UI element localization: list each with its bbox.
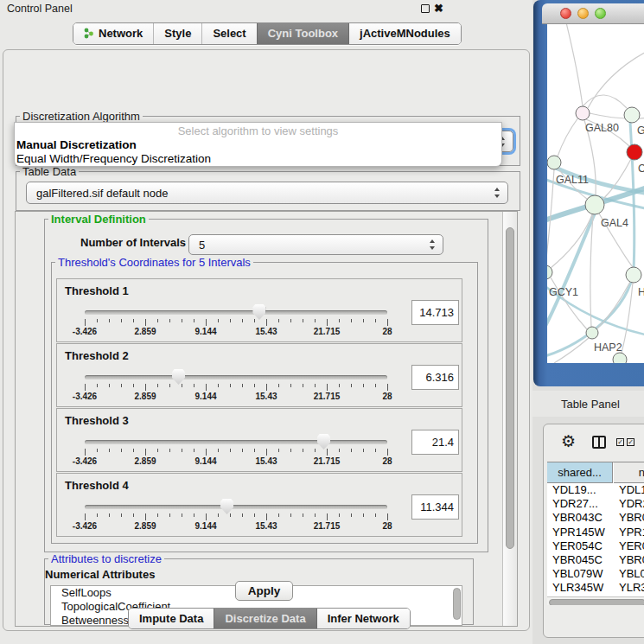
network-node[interactable]: [613, 353, 627, 363]
tick-label: 15.43: [255, 327, 277, 336]
tick-label: 9.144: [194, 456, 216, 466]
number-of-intervals-label: Number of Intervals: [80, 236, 186, 249]
tick-label: -3.426: [73, 327, 97, 336]
table-row[interactable]: YDL19...YDL1: [547, 483, 644, 497]
slider-track[interactable]: [85, 375, 387, 379]
table-row[interactable]: YBL079WYBL0: [547, 567, 644, 581]
shared-name-cell: YDL19...: [552, 483, 596, 496]
tab-select[interactable]: Select: [201, 23, 256, 44]
tick-label: 21.715: [314, 456, 341, 466]
algorithm-dropdown-popup: Select algorithm to view settings Manual…: [14, 122, 502, 167]
panel-title: Control Panel: [7, 3, 73, 15]
tab-network[interactable]: Network: [73, 23, 153, 44]
network-node[interactable]: [586, 327, 598, 339]
threshold-label: Threshold 3: [65, 414, 129, 427]
threshold-row: Threshold 3-3.4262.8599.14415.4321.71528…: [56, 408, 462, 472]
network-view-window[interactable]: GAL80GACGAL11GAL4GCY1HHAP2: [533, 0, 644, 386]
tick-label: 21.715: [314, 521, 341, 531]
shared-name-cell: YBL079W: [552, 567, 603, 580]
slider-track[interactable]: [85, 310, 387, 315]
popup-item-manual-discretization[interactable]: Manual Discretization: [16, 138, 137, 151]
slider-ticks: [85, 384, 387, 392]
interval-definition-title: Interval Definition: [48, 213, 149, 226]
name-cell: YBR0: [619, 553, 644, 566]
slider-thumb[interactable]: [220, 499, 233, 514]
column-header-shared[interactable]: shared...: [547, 462, 613, 483]
slider-thumb[interactable]: [252, 304, 265, 320]
columns-icon[interactable]: [592, 436, 606, 449]
network-node[interactable]: [585, 195, 604, 214]
attributes-group-title: Attributes to discretize: [48, 552, 164, 565]
settings-vertical-scrollbar[interactable]: [502, 212, 517, 626]
table-row[interactable]: YBR043CYBR0: [547, 511, 644, 525]
table-header-row: shared... n: [547, 462, 644, 483]
checkbox-icon[interactable]: ✓: [616, 438, 624, 446]
table-row[interactable]: YDR27...YDR2: [547, 497, 644, 511]
threshold-label: Threshold 1: [65, 284, 129, 297]
tab-infer-network[interactable]: Infer Network: [317, 609, 410, 628]
list-scrollbar[interactable]: [453, 588, 461, 620]
tick-label: 15.43: [255, 521, 277, 531]
minimize-traffic-light-icon[interactable]: [577, 8, 589, 19]
popup-prompt-item[interactable]: Select algorithm to view settings: [15, 124, 501, 137]
table-row[interactable]: YER054CYER0: [547, 539, 644, 553]
threshold-value-field[interactable]: 11.344: [411, 494, 459, 520]
threshold-value-field[interactable]: 21.4: [411, 430, 459, 455]
close-traffic-light-icon[interactable]: [560, 8, 571, 19]
table-row[interactable]: YPR145WYPR1: [547, 526, 644, 539]
gear-icon[interactable]: ⚙: [561, 433, 576, 450]
table-data-combobox[interactable]: galFiltered.sif default node: [26, 182, 508, 204]
apply-button[interactable]: Apply: [235, 581, 293, 601]
popup-item-equal-width[interactable]: Equal Width/Frequency Discretization: [16, 152, 211, 165]
threshold-value-field[interactable]: 6.316: [411, 365, 459, 390]
network-node[interactable]: [624, 107, 640, 123]
tab-jactivemnodules[interactable]: jActiveMNodules: [349, 23, 461, 44]
shared-name-cell: YDR27...: [552, 497, 598, 510]
column-header-name[interactable]: n: [614, 462, 644, 483]
network-node[interactable]: [626, 267, 641, 283]
table-rows: YDL19...YDL1YDR27...YDR2YBR043CYBR0YPR14…: [547, 483, 644, 596]
tick-label: 2.859: [134, 456, 156, 466]
tick-label: -3.426: [73, 456, 97, 466]
close-icon[interactable]: ✖: [434, 2, 443, 15]
node-label: C: [638, 163, 644, 175]
table-panel-title: Table Panel: [561, 398, 620, 411]
number-of-intervals-value: 5: [199, 239, 205, 252]
table-row[interactable]: YLR345WYLR3: [547, 581, 644, 595]
tab-discretize-data[interactable]: Discretize Data: [214, 609, 316, 628]
name-cell: YDL1: [619, 483, 644, 496]
slider-thumb[interactable]: [317, 434, 330, 450]
tick-label: 2.859: [134, 327, 156, 336]
zoom-traffic-light-icon[interactable]: [595, 8, 606, 19]
slider-thumb[interactable]: [172, 369, 185, 385]
shared-name-cell: YBR043C: [552, 511, 603, 524]
tab-cyni-toolbox[interactable]: Cyni Toolbox: [257, 23, 349, 44]
threshold-value-field[interactable]: 14.713: [411, 300, 459, 325]
checkbox-icon[interactable]: ✓: [627, 438, 634, 446]
tick-label: 28: [382, 521, 392, 531]
tick-label: 15.43: [255, 456, 277, 466]
table-horizontal-scrollbar[interactable]: [547, 596, 644, 605]
tab-style[interactable]: Style: [153, 23, 201, 44]
combo-arrows-icon: [429, 239, 437, 251]
slider-track[interactable]: [85, 440, 387, 444]
threshold-label: Threshold 2: [65, 349, 129, 362]
network-node[interactable]: [627, 144, 642, 160]
network-canvas[interactable]: GAL80GACGAL11GAL4GCY1HHAP2: [547, 24, 644, 363]
network-node[interactable]: [547, 156, 561, 169]
scrollbar-thumb[interactable]: [549, 599, 644, 606]
tick-label: 2.859: [134, 392, 156, 401]
tab-impute-data[interactable]: Impute Data: [129, 609, 214, 628]
scrollbar-thumb[interactable]: [506, 227, 514, 549]
slider-track[interactable]: [85, 505, 387, 509]
network-node[interactable]: [576, 106, 590, 120]
table-row[interactable]: YBR045CYBR0: [547, 553, 644, 567]
node-label: GCY1: [549, 286, 578, 298]
network-window-titlebar[interactable]: [542, 3, 644, 24]
network-edges: [547, 24, 644, 363]
control-panel-titlebar: Control Panel ✖: [0, 0, 532, 17]
slider-ticks: [85, 513, 387, 522]
float-window-icon[interactable]: [421, 4, 430, 13]
number-of-intervals-combobox[interactable]: 5: [188, 234, 443, 255]
name-cell: YBR0: [619, 511, 644, 524]
